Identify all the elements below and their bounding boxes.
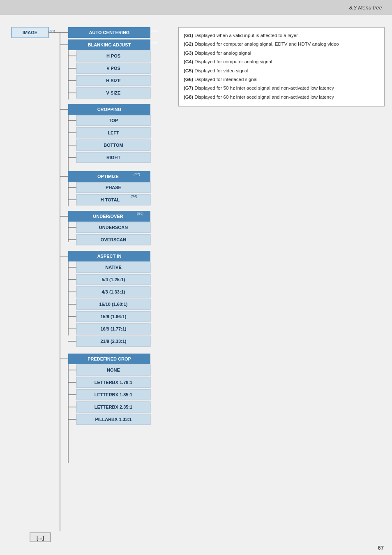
label-htotal: H TOTAL: [101, 197, 120, 202]
label-phase: PHASE: [106, 185, 121, 190]
label-219: 21/9 (2.33:1): [101, 339, 127, 344]
legend-section: (G1) Displayed when a valid input is aff…: [178, 27, 385, 106]
label-hpos: H POS: [106, 53, 120, 58]
label-43: 4/3 (1.33:1): [102, 289, 125, 294]
sup-underover: (G5): [137, 212, 143, 215]
top-bar: 8.3 Menu tree: [0, 0, 392, 15]
label-lb185: LETTERBX 1.85:1: [95, 392, 132, 397]
label-overscan: OVERSCAN: [101, 237, 126, 242]
page: 8.3 Menu tree IMAGE (G1) AUTO CENTERING …: [0, 0, 392, 555]
label-vpos: V POS: [106, 66, 120, 71]
legend-item-g1: (G1) Displayed when a valid input is aff…: [184, 32, 379, 39]
label-native: NATIVE: [105, 265, 122, 270]
sup-htotal: (G4): [131, 194, 137, 198]
label-lb235: LETTERBX 2.35:1: [95, 405, 132, 409]
legend-item-g4: (G4) Displayed for computer analog signa…: [184, 58, 379, 65]
label-aspectin: ASPECT IN: [97, 254, 122, 259]
sup-blanking: (G3): [151, 41, 158, 44]
label-vsize: V SIZE: [106, 90, 121, 95]
menu-tree: IMAGE (G1) AUTO CENTERING (G2) BLANKING …: [7, 23, 172, 547]
label-predefined: PREDEFINED CROP: [88, 356, 131, 361]
label-159: 15/9 (1.66:1): [101, 314, 127, 319]
label-none: NONE: [107, 368, 120, 372]
label-169: 16/9 (1.77:1): [101, 326, 127, 331]
tree-svg: IMAGE (G1) AUTO CENTERING (G2) BLANKING …: [7, 23, 172, 545]
legend-item-g8: (G8) Displayed for 60 hz interlaced sign…: [184, 93, 379, 101]
image-label: IMAGE: [23, 30, 37, 35]
label-optimize: OPTIMIZE: [97, 174, 119, 179]
legend-item-g3: (G3) Displayed for analog signal: [184, 49, 379, 57]
legend-item-g7: (G7) Displayed for 50 hz interlaced sign…: [184, 84, 379, 92]
label-top: TOP: [109, 118, 118, 123]
legend-item-g5: (G5) Displayed for video signal: [184, 67, 379, 74]
label-pb133: PILLARBX 1.33:1: [95, 417, 131, 422]
page-number: 67: [378, 545, 384, 551]
label-cropping: CROPPING: [97, 107, 122, 112]
label-auto-centering: AUTO CENTERING: [89, 30, 130, 35]
label-blanking: BLANKING ADJUST: [88, 42, 131, 47]
label-bottom: BOTTOM: [104, 143, 123, 148]
label-lb178: LETTERBX 1.78:1: [95, 380, 132, 385]
label-1610: 16/10 (1.60:1): [99, 302, 127, 307]
label-underover: UNDER/OVER: [93, 214, 123, 219]
label-hsize: H SIZE: [106, 78, 120, 83]
label-right: RIGHT: [106, 155, 121, 160]
sup-optimize: (G2): [134, 172, 140, 176]
sup-auto-centering: (G2): [151, 29, 158, 33]
main-content: IMAGE (G1) AUTO CENTERING (G2) BLANKING …: [0, 15, 392, 555]
page-header-title: 8.3 Menu tree: [349, 5, 382, 11]
legend-item-g2: (G2) Displayed for computer analog signa…: [184, 40, 379, 48]
label-54: 5/4 (1.25:1): [102, 277, 125, 282]
label-left: LEFT: [108, 130, 119, 135]
ellipsis-label: [...]: [37, 535, 44, 541]
legend-item-g6: (G6) Displayed for interlaced signal: [184, 76, 379, 83]
label-underscan: UNDERSCAN: [99, 225, 128, 230]
